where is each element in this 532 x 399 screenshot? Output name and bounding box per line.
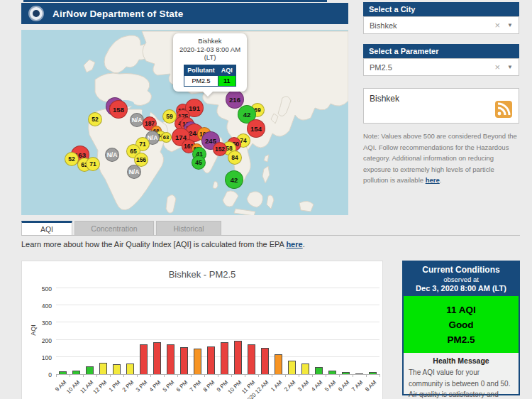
chart-title: Bishkek - PM2.5 <box>22 269 382 280</box>
chart-bar <box>59 371 67 374</box>
chart-bar <box>153 342 161 374</box>
rss-feed-box: Bishkek <box>363 88 519 124</box>
clear-icon[interactable]: × <box>494 20 500 31</box>
health-message-title: Health Message <box>409 356 514 365</box>
chart-bar <box>86 366 94 374</box>
gridline <box>56 356 379 357</box>
aqi-marker[interactable]: 152 <box>213 142 227 156</box>
aqi-marker[interactable]: 84 <box>228 151 242 165</box>
x-tick-mark <box>285 374 286 377</box>
x-tick-mark <box>110 374 111 377</box>
gridline <box>56 288 379 288</box>
x-tick-mark <box>339 374 340 377</box>
chart-bar <box>234 341 242 374</box>
select-parameter-header: Select a Parameter <box>363 44 519 58</box>
aqi-note: Note: Values above 500 are considered Be… <box>363 131 521 186</box>
chart-bar <box>301 364 309 374</box>
app-title: AirNow Department of State <box>52 9 183 19</box>
top-strip <box>23 0 327 2</box>
y-tick-label: 100 <box>22 354 52 361</box>
chart-bar <box>342 372 350 374</box>
aqi-marker[interactable]: 63 <box>161 132 172 143</box>
x-tick-mark <box>204 374 205 377</box>
gridline <box>56 305 379 305</box>
note-here-link[interactable]: here <box>426 176 440 184</box>
chart-plot-area <box>56 289 379 375</box>
x-tick-mark <box>177 374 178 377</box>
city-select[interactable]: Bishkek × ▼ <box>363 16 519 34</box>
x-tick-mark <box>96 374 97 377</box>
dos-seal-icon <box>28 6 44 21</box>
chart-bar <box>315 367 323 374</box>
x-tick-mark <box>366 374 367 377</box>
x-tick-mark <box>191 374 192 377</box>
aqi-marker[interactable]: 154 <box>247 119 265 138</box>
observed-at-label: observed at <box>405 275 517 283</box>
rss-city-label: Bishkek <box>370 94 513 104</box>
x-tick-mark <box>272 374 272 377</box>
note-suffix: . <box>440 176 442 184</box>
aqi-marker[interactable]: 71 <box>86 157 100 171</box>
chart-bar <box>99 363 107 374</box>
aqi-marker[interactable]: N/A <box>130 113 144 127</box>
x-tick-mark <box>123 374 124 377</box>
aqi-value: 11 AQI <box>446 302 476 317</box>
observed-datetime: Dec 3, 2020 8:00 AM (LT) <box>405 284 517 293</box>
aqi-world-map[interactable]: 21315852216155191175694259N/A18741132312… <box>21 30 348 215</box>
aqi-chart-panel: Bishkek - PM2.5 AQI 0100200300400500 9 A… <box>21 261 383 399</box>
x-tick-mark <box>312 374 313 377</box>
health-message-text: The AQI value for your community is betw… <box>409 367 514 399</box>
tooltip-col-pollutant: Pollutant <box>184 65 218 75</box>
gridline <box>56 322 379 322</box>
aqi-marker[interactable]: 158 <box>109 100 128 119</box>
x-tick-mark <box>379 374 380 377</box>
parameter-select-value: PM2.5 <box>370 63 494 72</box>
epa-here-link[interactable]: here <box>286 240 302 248</box>
map-tooltip: Bishkek 2020-12-03 8:00 AM (LT) Pollutan… <box>173 33 247 92</box>
rss-icon[interactable] <box>495 101 512 118</box>
chart-bar <box>369 372 377 374</box>
current-conditions-header: Current Conditions observed at Dec 3, 20… <box>404 262 519 296</box>
chart-bar <box>140 344 148 374</box>
tooltip-city: Bishkek <box>176 37 244 45</box>
chart-bar <box>275 354 282 374</box>
chart-bar <box>72 371 80 374</box>
aqi-marker[interactable]: N/A <box>127 165 141 179</box>
epa-suffix: . <box>303 240 305 248</box>
epa-text: Learn more about how the Air Quality Ind… <box>21 240 286 248</box>
chart-bar <box>261 348 269 374</box>
parameter-select[interactable]: PM2.5 × ▼ <box>363 58 519 76</box>
chart-bar <box>126 364 134 374</box>
tab-aqi[interactable]: AQI <box>21 221 72 235</box>
aqi-marker[interactable]: 42 <box>225 170 243 189</box>
tooltip-pollutant-value: PM2.5 <box>184 75 218 86</box>
chart-bar <box>328 371 336 374</box>
aqi-marker[interactable]: 52 <box>65 152 79 166</box>
x-tick-mark <box>137 374 138 377</box>
chart-bar <box>207 346 215 374</box>
current-conditions-panel: Current Conditions observed at Dec 3, 20… <box>402 261 520 395</box>
tooltip-timezone: (LT) <box>176 53 244 62</box>
app-header: AirNow Department of State <box>21 3 348 24</box>
x-tick-mark <box>164 374 165 377</box>
aqi-marker[interactable]: 45 <box>192 155 206 170</box>
epa-info-line: Learn more about how the Air Quality Ind… <box>21 240 305 248</box>
aqi-marker[interactable]: 52 <box>88 112 102 126</box>
dropdown-caret-icon[interactable]: ▼ <box>507 22 513 28</box>
chart-bar <box>194 349 201 374</box>
x-tick-mark <box>218 374 218 377</box>
x-tick-mark <box>353 374 353 377</box>
chart-bar <box>355 373 363 375</box>
x-tick-mark <box>83 374 84 377</box>
clear-icon[interactable]: × <box>494 62 500 72</box>
chart-bar <box>180 347 188 374</box>
x-tick-mark <box>258 374 259 377</box>
tab-concentration[interactable]: Concentration <box>74 221 154 235</box>
select-city-header: Select a City <box>363 2 519 16</box>
x-tick-mark <box>70 374 70 377</box>
tab-historical[interactable]: Historical <box>156 221 221 235</box>
tooltip-col-aqi: AQI <box>218 65 235 75</box>
aqi-marker[interactable]: N/A <box>105 148 119 162</box>
dropdown-caret-icon[interactable]: ▼ <box>507 64 513 70</box>
tooltip-table: Pollutant AQI PM2.5 11 <box>184 65 236 87</box>
